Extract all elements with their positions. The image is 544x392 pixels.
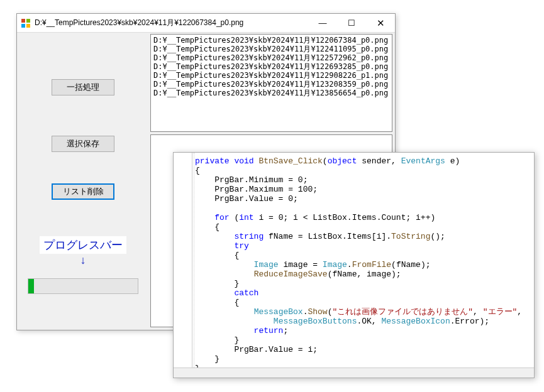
batch-button[interactable]: 一括処理: [52, 79, 114, 95]
svg-rect-2: [21, 24, 25, 28]
code-gutter: [174, 153, 192, 378]
list-delete-button[interactable]: リスト削除: [52, 183, 114, 200]
list-item[interactable]: D:¥__TempPictures2023¥skb¥2024¥11月¥12206…: [153, 36, 389, 45]
progress-label: プログレスバー: [40, 236, 126, 254]
window-controls: — ☐ ✕: [308, 14, 395, 32]
close-button[interactable]: ✕: [366, 14, 395, 32]
titlebar[interactable]: D:¥__TempPictures2023¥skb¥2024¥11月¥12206…: [17, 14, 395, 33]
list-item[interactable]: D:¥__TempPictures2023¥skb¥2024¥11月¥12241…: [153, 45, 389, 53]
code-content[interactable]: private void BtnSave_Click(object sender…: [192, 156, 534, 378]
file-listbox[interactable]: D:¥__TempPictures2023¥skb¥2024¥11月¥12206…: [150, 34, 392, 132]
horizontal-scrollbar[interactable]: [174, 368, 534, 378]
minimize-button[interactable]: —: [308, 14, 337, 32]
maximize-button[interactable]: ☐: [337, 14, 366, 32]
code-editor[interactable]: private void BtnSave_Click(object sender…: [173, 152, 535, 378]
left-panel: 一括処理 選択保存 リスト削除 プログレスバー ↓: [17, 33, 149, 330]
window-title: D:¥__TempPictures2023¥skb¥2024¥11月¥12206…: [35, 18, 308, 28]
list-item[interactable]: D:¥__TempPictures2023¥skb¥2024¥11月¥12269…: [153, 62, 389, 71]
svg-rect-1: [26, 19, 30, 23]
progress-fill: [28, 279, 34, 293]
progress-arrow-icon: ↓: [80, 254, 86, 267]
progress-bar: [28, 278, 138, 294]
save-selection-button[interactable]: 選択保存: [52, 136, 114, 152]
list-item[interactable]: D:¥__TempPictures2023¥skb¥2024¥11月¥12385…: [153, 89, 389, 97]
list-item[interactable]: D:¥__TempPictures2023¥skb¥2024¥11月¥12290…: [153, 71, 389, 80]
app-icon: [21, 18, 31, 28]
list-item[interactable]: D:¥__TempPictures2023¥skb¥2024¥11月¥12257…: [153, 53, 389, 62]
svg-rect-0: [21, 19, 25, 23]
svg-rect-3: [26, 24, 30, 28]
list-item[interactable]: D:¥__TempPictures2023¥skb¥2024¥11月¥12320…: [153, 80, 389, 89]
